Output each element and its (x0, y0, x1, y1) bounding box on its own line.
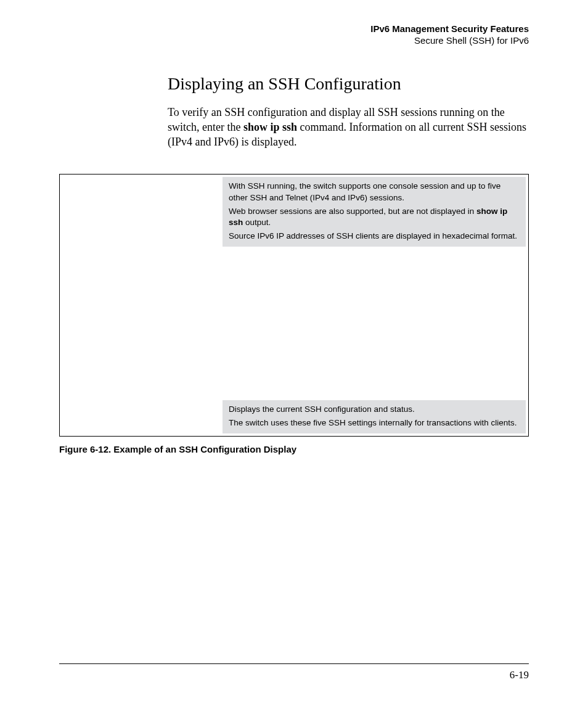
header-subtitle: Secure Shell (SSH) for IPv6 (59, 35, 529, 47)
callout-top-line2-post: output. (243, 218, 271, 227)
page-number: 6-19 (510, 669, 529, 681)
callout-bottom: Displays the current SSH configuration a… (223, 400, 526, 433)
callout-top-line3: Source IPv6 IP addresses of SSH clients … (229, 231, 520, 242)
figure-caption: Figure 6-12. Example of an SSH Configura… (59, 444, 529, 454)
callout-top-line2-pre: Web browser sessions are also supported,… (229, 207, 476, 216)
page: IPv6 Management Security Features Secure… (0, 0, 588, 706)
section-title: Displaying an SSH Configuration (168, 74, 529, 94)
callout-bottom-line2: The switch uses these five SSH settings … (229, 417, 520, 429)
figure-box: With SSH running, the switch supports on… (59, 174, 529, 437)
command-name: show ip ssh (243, 121, 297, 133)
callout-bottom-line1: Displays the current SSH configuration a… (229, 404, 520, 415)
body-paragraph: To verify an SSH configuration and displ… (168, 105, 529, 150)
callout-top: With SSH running, the switch supports on… (223, 177, 526, 247)
callout-top-line2: Web browser sessions are also supported,… (229, 206, 520, 228)
footer-rule (59, 663, 529, 664)
header-title: IPv6 Management Security Features (59, 23, 529, 35)
callout-top-line1: With SSH running, the switch supports on… (229, 181, 520, 203)
running-header: IPv6 Management Security Features Secure… (59, 23, 529, 47)
